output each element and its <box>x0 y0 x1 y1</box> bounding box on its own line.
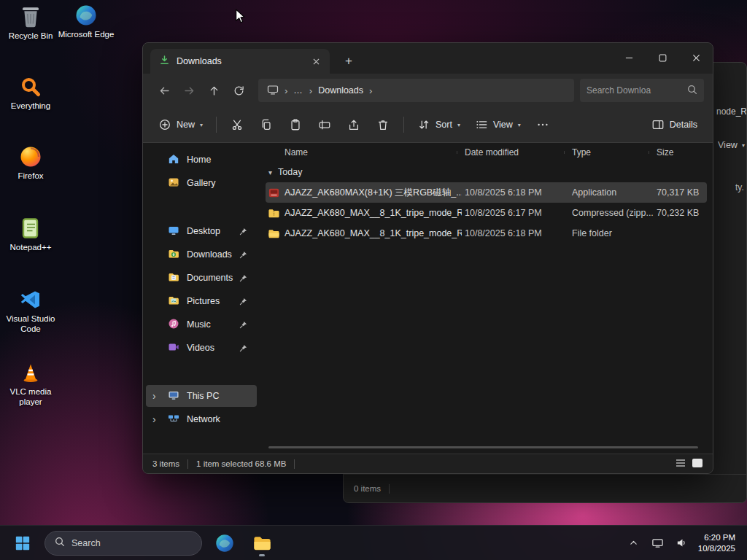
file-row[interactable]: AJAZZ_AK680_MAX__8_1K_tripe_mode_R... 10… <box>266 223 707 244</box>
file-name: AJAZZ_AK680MAX(8+1K) 三模RGB磁轴_... <box>282 187 462 199</box>
file-date-modified: 10/8/2025 6:18 PM <box>462 187 569 198</box>
desktop-icon-recycle-bin[interactable]: Recycle Bin <box>1 4 60 41</box>
minimize-button[interactable] <box>612 43 646 72</box>
column-header-size[interactable]: Size <box>654 147 701 158</box>
search-icon <box>55 537 65 549</box>
downloads-folder-icon <box>168 248 179 262</box>
maximize-button[interactable] <box>646 43 679 72</box>
file-type: Compressed (zipp... <box>569 208 654 218</box>
sidebar-item-videos[interactable]: Videos <box>146 337 257 359</box>
desktop-icon-label: Firefox <box>18 171 43 181</box>
group-header-today[interactable]: ▾ Today <box>266 162 707 182</box>
download-icon <box>159 55 170 68</box>
file-type: File folder <box>569 228 654 238</box>
taskbar-file-explorer-button[interactable] <box>247 529 276 558</box>
desktop-icon-firefox[interactable]: Firefox <box>1 146 60 181</box>
view-button[interactable]: View ▾ <box>468 112 527 137</box>
network-icon <box>168 413 179 427</box>
rename-button[interactable] <box>311 112 338 137</box>
desktop-icon-label: Everything <box>11 101 50 111</box>
edge-icon <box>75 4 97 26</box>
hidden-icons-chevron[interactable] <box>626 535 642 551</box>
background-view-button[interactable]: View ▾ <box>718 140 745 150</box>
chevron-right-icon[interactable]: › <box>152 391 156 401</box>
file-date-modified: 10/8/2025 6:18 PM <box>462 228 569 238</box>
copy-button[interactable] <box>252 112 280 137</box>
forward-button[interactable] <box>177 79 201 102</box>
paste-button[interactable] <box>282 112 309 137</box>
address-bar[interactable]: › … › Downloads › <box>258 79 574 102</box>
file-name: AJAZZ_AK680_MAX__8_1K_tripe_mode_R... <box>282 228 462 238</box>
desktop-icon-vscode[interactable]: Visual Studio Code <box>1 289 60 335</box>
desktop-icon-notepadpp[interactable]: Notepad++ <box>1 217 60 252</box>
sidebar-item-network[interactable]: › Network <box>146 408 257 430</box>
file-size: 70,232 KB <box>654 208 701 218</box>
divider <box>294 459 295 469</box>
divider <box>389 484 390 494</box>
sidebar-item-pictures[interactable]: Pictures <box>146 290 257 312</box>
file-explorer-icon <box>252 533 272 553</box>
network-icon[interactable] <box>650 535 666 551</box>
this-pc-icon <box>267 84 279 98</box>
folder-icon <box>266 228 282 240</box>
sort-button[interactable]: Sort ▾ <box>411 112 467 137</box>
column-header-name[interactable]: Name <box>282 147 462 158</box>
close-button[interactable] <box>679 43 713 72</box>
volume-icon[interactable] <box>674 535 690 551</box>
desktop-icon-label: Visual Studio Code <box>1 314 60 335</box>
chevron-down-icon: ▾ <box>742 142 745 149</box>
sidebar-item-downloads[interactable]: Downloads <box>146 244 257 265</box>
sidebar-item-this-pc[interactable]: › This PC <box>146 385 257 407</box>
up-button[interactable] <box>201 79 226 102</box>
chevron-down-icon: ▾ <box>200 122 203 128</box>
more-options-button[interactable] <box>529 112 557 137</box>
delete-button[interactable] <box>369 112 397 137</box>
details-view-toggle[interactable] <box>675 458 686 470</box>
sidebar-item-home[interactable]: Home <box>146 149 257 171</box>
sidebar-section-gap <box>143 195 260 220</box>
pin-icon <box>239 298 247 306</box>
new-tab-button[interactable]: + <box>338 51 359 71</box>
file-name: AJAZZ_AK680_MAX__8_1K_tripe_mode_R... <box>282 208 462 218</box>
breadcrumb-current[interactable]: Downloads <box>318 85 363 96</box>
cut-button[interactable] <box>223 112 251 137</box>
file-row[interactable]: AJAZZ_AK680_MAX__8_1K_tripe_mode_R... 10… <box>266 203 707 223</box>
share-button[interactable] <box>340 112 368 137</box>
sidebar-item-gallery[interactable]: Gallery <box>146 172 257 194</box>
notepadpp-icon <box>20 217 41 239</box>
navigation-bar: › … › Downloads › Search Downloa <box>143 74 713 107</box>
taskbar-search-input[interactable]: Search <box>44 531 202 556</box>
command-toolbar: New ▾ Sort ▾ View ▾ Details <box>143 107 713 143</box>
refresh-button[interactable] <box>226 79 251 102</box>
details-pane-button[interactable]: Details <box>645 112 704 137</box>
search-input[interactable]: Search Downloa <box>580 79 704 102</box>
column-header-type[interactable]: Type <box>569 147 654 158</box>
breadcrumb-ellipsis[interactable]: … <box>293 85 303 96</box>
sidebar-item-documents[interactable]: Documents <box>146 267 257 289</box>
tab-downloads[interactable]: Downloads <box>150 49 330 74</box>
back-button[interactable] <box>152 79 177 102</box>
column-header-date-modified[interactable]: Date modified <box>462 147 569 158</box>
taskbar-edge-button[interactable] <box>210 529 239 558</box>
sidebar-item-desktop[interactable]: Desktop <box>146 220 257 242</box>
file-row[interactable]: AJAZZ_AK680MAX(8+1K) 三模RGB磁轴_... 10/8/20… <box>266 182 707 203</box>
selection-summary: 1 item selected 68.6 MB <box>196 459 286 468</box>
horizontal-scrollbar[interactable] <box>268 446 698 448</box>
sidebar-item-music[interactable]: Music <box>146 314 257 335</box>
desktop-icon-vlc[interactable]: VLC media player <box>1 362 60 408</box>
this-pc-icon <box>168 389 179 403</box>
tab-title: Downloads <box>177 56 301 66</box>
desktop-icon-edge[interactable]: Microsoft Edge <box>57 4 115 39</box>
new-button[interactable]: New ▾ <box>152 112 209 137</box>
file-list-pane: Name Date modified Type Size ▾ Today AJA… <box>260 143 713 454</box>
start-button[interactable] <box>9 529 36 557</box>
clock-date: 10/8/2025 <box>698 543 735 554</box>
firefox-icon <box>20 146 42 168</box>
videos-icon <box>168 341 179 355</box>
taskbar-clock[interactable]: 6:20 PM 10/8/2025 <box>698 532 738 554</box>
chevron-right-icon[interactable]: › <box>152 414 156 424</box>
tab-close-icon[interactable] <box>308 53 324 69</box>
large-icons-view-toggle[interactable] <box>692 458 703 470</box>
desktop-icon-everything[interactable]: Everything <box>1 76 60 111</box>
vscode-icon <box>20 289 42 311</box>
